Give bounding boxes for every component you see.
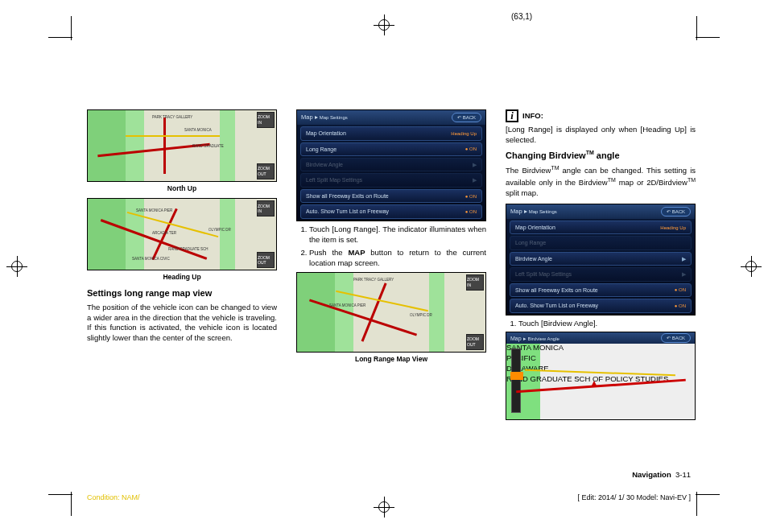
menu-screenshot-birdview: Map ▸ Map Settings ↶ BACK Map Orientatio… bbox=[506, 204, 696, 315]
crop-mark bbox=[48, 37, 72, 38]
menu-row-label: Long Range bbox=[515, 239, 546, 246]
info-label: INFO: bbox=[522, 111, 543, 122]
menu-row: Auto. Show Turn List on Freeway● ON bbox=[510, 299, 692, 312]
info-icon: i bbox=[506, 109, 518, 122]
zoom-in-button: ZOOM IN bbox=[257, 112, 275, 128]
map-label: OLYMPIC DR bbox=[209, 228, 231, 233]
crop-mark bbox=[696, 494, 720, 495]
registration-mark bbox=[6, 256, 27, 277]
on-indicator: ● ON bbox=[675, 287, 686, 293]
map-label: PARK TRACY GALLERY bbox=[353, 278, 394, 282]
section-heading: Changing BirdviewTM angle bbox=[506, 149, 696, 162]
back-button: ↶ BACK bbox=[661, 207, 691, 217]
figure-caption: Heading Up bbox=[87, 273, 277, 282]
column-2: Map ▸ Map Settings ↶ BACK Map Orientatio… bbox=[296, 109, 486, 420]
on-indicator: ● ON bbox=[465, 146, 477, 152]
menu-row-label: Birdview Angle bbox=[515, 255, 552, 262]
menu-breadcrumb: Map ▸ Map Settings bbox=[510, 208, 557, 216]
map-label: SANTA MONICA CIVIC bbox=[132, 257, 170, 262]
on-indicator: ● ON bbox=[465, 193, 477, 200]
body-text: The position of the vehicle icon can be … bbox=[87, 303, 277, 344]
orientation-value: Heading Up bbox=[451, 130, 477, 137]
map-label: OLYMPIC DR bbox=[410, 313, 432, 318]
menu-row-label: Show all Freeway Exits on Route bbox=[515, 287, 598, 294]
menu-breadcrumb: Map ▸ Birdview Angle bbox=[510, 335, 559, 342]
chevron-right-icon: ▶ bbox=[473, 161, 477, 168]
figure-caption: North Up bbox=[87, 184, 277, 193]
instruction-step: Push the MAP button to return to the cur… bbox=[309, 248, 486, 269]
menu-row-label: Birdview Angle bbox=[306, 161, 343, 168]
registration-mark bbox=[374, 14, 394, 35]
page-signature: (63,1) bbox=[511, 12, 532, 21]
body-text: The BirdviewTM angle can be changed. Thi… bbox=[506, 164, 696, 199]
menu-row: Show all Freeway Exits on Route● ON bbox=[300, 189, 482, 203]
column-3: i INFO: [Long Range] is displayed only w… bbox=[506, 109, 696, 420]
angle-slider bbox=[511, 348, 521, 413]
edit-stamp: [ Edit: 2014/ 1/ 30 Model: Navi-EV ] bbox=[577, 493, 691, 501]
chevron-right-icon: ▶ bbox=[682, 270, 686, 278]
map-label: RAND GRADUATE bbox=[192, 144, 224, 149]
menu-row: Left Split Map Settings▶ bbox=[510, 267, 692, 281]
menu-row: Left Split Map Settings▶ bbox=[300, 173, 482, 187]
registration-mark bbox=[741, 256, 762, 277]
map-label: SANTA MONICA PIER bbox=[136, 208, 172, 213]
vehicle-icon bbox=[591, 381, 597, 387]
zoom-in-button: ZOOM IN bbox=[466, 274, 484, 291]
map-label: SANTA MONICA bbox=[184, 128, 212, 133]
column-1: PARK TRACY GALLERY SANTA MONICA RAND GRA… bbox=[87, 109, 277, 420]
crop-mark bbox=[696, 492, 697, 516]
crop-mark bbox=[48, 494, 72, 495]
on-indicator: ● ON bbox=[465, 208, 477, 215]
map-label: SANTA MONICA bbox=[506, 343, 695, 353]
menu-row: Long Range● ON bbox=[300, 142, 482, 156]
map-label: RAND GRADUATE SCH bbox=[168, 247, 208, 252]
instruction-step: Touch [Birdview Angle]. bbox=[518, 319, 696, 329]
birdview-angle-screenshot: Map ▸ Birdview Angle ↶ BACK STATE BEACH … bbox=[506, 332, 696, 420]
menu-row-label: Left Split Map Settings bbox=[306, 176, 362, 184]
page-footer: Navigation 3-11 bbox=[632, 470, 691, 479]
map-label: PARK TRACY GALLERY bbox=[152, 115, 192, 120]
menu-row-label: Left Split Map Settings bbox=[515, 270, 572, 278]
menu-row-label: Long Range bbox=[306, 146, 337, 153]
section-heading: Settings long range map view bbox=[87, 287, 277, 299]
back-button: ↶ BACK bbox=[661, 333, 691, 343]
instruction-list: Touch [Long Range]. The indicator illumi… bbox=[296, 225, 486, 269]
menu-row: Birdview Angle▶ bbox=[510, 252, 692, 266]
menu-breadcrumb: Map ▸ Map Settings bbox=[301, 113, 348, 122]
menu-row: Show all Freeway Exits on Route● ON bbox=[510, 283, 692, 297]
menu-row-label: Map Orientation bbox=[306, 130, 346, 137]
manual-page: (63,1) PARK TRACY GALLERY SANTA MONICA R… bbox=[0, 0, 768, 532]
crop-mark bbox=[71, 16, 72, 40]
menu-row-label: Auto. Show Turn List on Freeway bbox=[515, 302, 598, 309]
map-screenshot-long-range: PARK TRACY GALLERY SANTA MONICA PIER OLY… bbox=[296, 272, 486, 353]
on-indicator: ● ON bbox=[675, 303, 686, 309]
map-label: SANTA MONICA PIER bbox=[329, 303, 365, 308]
zoom-out-button: ZOOM OUT bbox=[257, 163, 275, 179]
map-label: ARCADIA TER bbox=[152, 231, 176, 236]
instruction-list: Touch [Birdview Angle]. bbox=[506, 319, 696, 329]
menu-row: Map OrientationHeading Up bbox=[300, 126, 482, 140]
zoom-out-button: ZOOM OUT bbox=[257, 252, 275, 268]
chevron-right-icon: ▶ bbox=[473, 176, 477, 184]
menu-row: Long Range bbox=[510, 236, 692, 250]
chevron-right-icon: ▶ bbox=[682, 255, 686, 262]
content-columns: PARK TRACY GALLERY SANTA MONICA RAND GRA… bbox=[87, 109, 697, 420]
map-label: PACIFIC bbox=[506, 353, 695, 364]
figure-caption: Long Range Map View bbox=[296, 355, 486, 364]
info-callout: i INFO: bbox=[506, 109, 696, 122]
menu-row: Auto. Show Turn List on Freeway● ON bbox=[300, 204, 482, 218]
menu-row: Map OrientationHeading Up bbox=[510, 221, 692, 234]
zoom-out-button: ZOOM OUT bbox=[466, 334, 484, 350]
back-button: ↶ BACK bbox=[452, 113, 481, 122]
menu-row-label: Map Orientation bbox=[515, 224, 555, 231]
orientation-value: Heading Up bbox=[660, 225, 686, 231]
map-screenshot-heading-up: SANTA MONICA PIER ARCADIA TER OLYMPIC DR… bbox=[87, 198, 277, 270]
instruction-step: Touch [Long Range]. The indicator illumi… bbox=[309, 225, 486, 245]
registration-mark bbox=[374, 497, 394, 518]
condition-stamp: Condition: NAM/ bbox=[87, 493, 140, 501]
zoom-in-button: ZOOM IN bbox=[257, 200, 275, 217]
slider-handle bbox=[510, 372, 523, 380]
menu-row: Birdview Angle▶ bbox=[300, 158, 482, 171]
menu-row-label: Show all Freeway Exits on Route bbox=[306, 192, 389, 200]
body-text: [Long Range] is displayed only when [Hea… bbox=[506, 125, 696, 146]
